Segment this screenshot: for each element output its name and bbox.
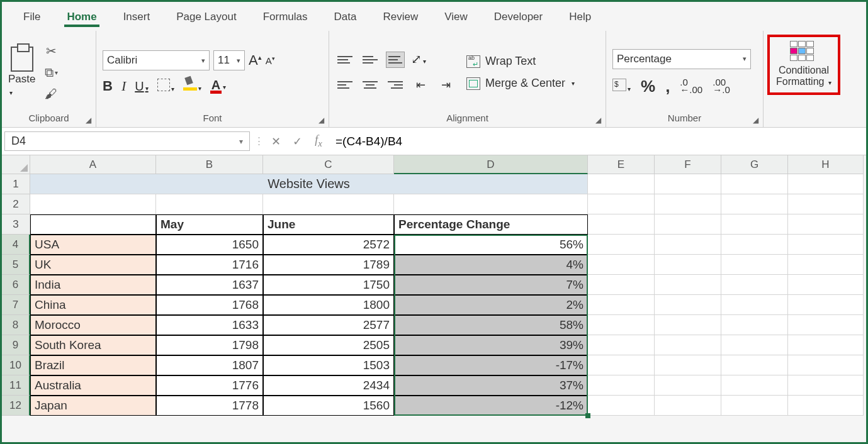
orientation-icon[interactable]: ⤢▾ [411,52,426,68]
cell-G2[interactable] [721,194,788,214]
increase-decimal-icon[interactable]: .0←.00 [680,79,702,94]
cell-E8[interactable] [588,315,655,335]
wrap-text-button[interactable]: Wrap Text [466,55,575,68]
cell-G1[interactable] [721,174,788,194]
cell-B4[interactable]: 1650 [156,235,263,255]
bold-button[interactable]: B [103,78,113,94]
row-header-6[interactable]: 6 [2,275,30,295]
comma-format-icon[interactable]: , [665,77,670,96]
row-header-4[interactable]: 4 [2,235,30,255]
cell-D12[interactable]: -12% [394,396,588,416]
cell-F2[interactable] [655,194,721,214]
tab-page-layout[interactable]: Page Layout [174,6,239,27]
cell-D4[interactable]: 56% [394,235,588,255]
cell-F7[interactable] [655,295,721,315]
font-name-combo[interactable]: Calibri▾ [103,50,210,70]
cell-G8[interactable] [721,315,788,335]
cell-H8[interactable] [788,315,864,335]
cell-F11[interactable] [655,375,721,396]
cell-H9[interactable] [788,335,864,355]
cell-G6[interactable] [721,275,788,295]
cell-A9[interactable]: South Korea [30,335,156,355]
cell-G3[interactable] [721,214,788,235]
font-size-combo[interactable]: 11▾ [213,50,245,70]
cell-C8[interactable]: 2577 [263,315,394,335]
col-header-E[interactable]: E [588,155,655,174]
cell-D2[interactable] [394,194,588,214]
cell-C10[interactable]: 1503 [263,355,394,375]
col-header-H[interactable]: H [788,155,864,174]
cell-F10[interactable] [655,355,721,375]
row-header-2[interactable]: 2 [2,194,30,214]
align-center-icon[interactable] [361,77,380,93]
col-header-C[interactable]: C [263,155,394,174]
tab-developer[interactable]: Developer [492,6,546,27]
cell-H10[interactable] [788,355,864,375]
row-header-8[interactable]: 8 [2,315,30,335]
cell-G10[interactable] [721,355,788,375]
tab-view[interactable]: View [442,6,470,27]
cell-H2[interactable] [788,194,864,214]
selection-fill-handle[interactable] [585,413,590,418]
cell-A1-title[interactable]: Website Views [30,174,588,194]
increase-indent-icon[interactable]: ⇥ [436,77,455,93]
cell-D11[interactable]: 37% [394,375,588,396]
cell-F5[interactable] [655,255,721,275]
cell-F12[interactable] [655,396,721,416]
align-left-icon[interactable] [335,77,354,93]
font-color-button[interactable]: A▾ [210,79,226,94]
cancel-formula-icon[interactable]: ✕ [265,135,286,148]
conditional-formatting-button[interactable]: ConditionalFormatting ▾ [767,35,840,95]
cell-G4[interactable] [721,235,788,255]
row-header-11[interactable]: 11 [2,375,30,396]
cell-B9[interactable]: 1798 [156,335,263,355]
cell-B11[interactable]: 1776 [156,375,263,396]
percent-format-icon[interactable]: % [641,77,655,96]
cell-F1[interactable] [655,174,721,194]
cell-G5[interactable] [721,255,788,275]
borders-button[interactable]: ▾ [157,79,174,94]
cell-G11[interactable] [721,375,788,396]
cell-A6[interactable]: India [30,275,156,295]
clipboard-launcher-icon[interactable]: ◢ [86,116,94,125]
cell-F8[interactable] [655,315,721,335]
merge-center-button[interactable]: Merge & Center ▾ [466,77,575,90]
cell-C4[interactable]: 2572 [263,235,394,255]
name-box[interactable]: D4▾ [4,131,250,151]
tab-data[interactable]: Data [332,6,359,27]
cell-H11[interactable] [788,375,864,396]
align-right-icon[interactable] [386,77,405,93]
cell-E10[interactable] [588,355,655,375]
cell-A7[interactable]: China [30,295,156,315]
row-header-9[interactable]: 9 [2,335,30,355]
fill-color-button[interactable]: ▾ [183,79,201,94]
cell-E2[interactable] [588,194,655,214]
cell-A8[interactable]: Morocco [30,315,156,335]
cell-E11[interactable] [588,375,655,396]
copy-icon[interactable]: ⧉▾ [43,64,59,80]
tab-home[interactable]: Home [64,6,99,27]
cell-B8[interactable]: 1633 [156,315,263,335]
cell-B7[interactable]: 1768 [156,295,263,315]
cell-C5[interactable]: 1789 [263,255,394,275]
cell-F4[interactable] [655,235,721,255]
cell-E12[interactable] [588,396,655,416]
cell-C6[interactable]: 1750 [263,275,394,295]
alignment-launcher-icon[interactable]: ◢ [595,116,604,125]
cell-G7[interactable] [721,295,788,315]
cell-A4[interactable]: USA [30,235,156,255]
cell-A5[interactable]: UK [30,255,156,275]
cell-H7[interactable] [788,295,864,315]
align-top-icon[interactable] [335,52,354,68]
cell-C11[interactable]: 2434 [263,375,394,396]
cell-H4[interactable] [788,235,864,255]
row-header-3[interactable]: 3 [2,214,30,235]
italic-button[interactable]: I [121,78,126,94]
tab-file[interactable]: File [21,6,43,27]
insert-function-icon[interactable]: fx [308,133,329,149]
cell-C2[interactable] [263,194,394,214]
cell-B10[interactable]: 1807 [156,355,263,375]
cell-H1[interactable] [788,174,864,194]
cell-C7[interactable]: 1800 [263,295,394,315]
cell-G12[interactable] [721,396,788,416]
